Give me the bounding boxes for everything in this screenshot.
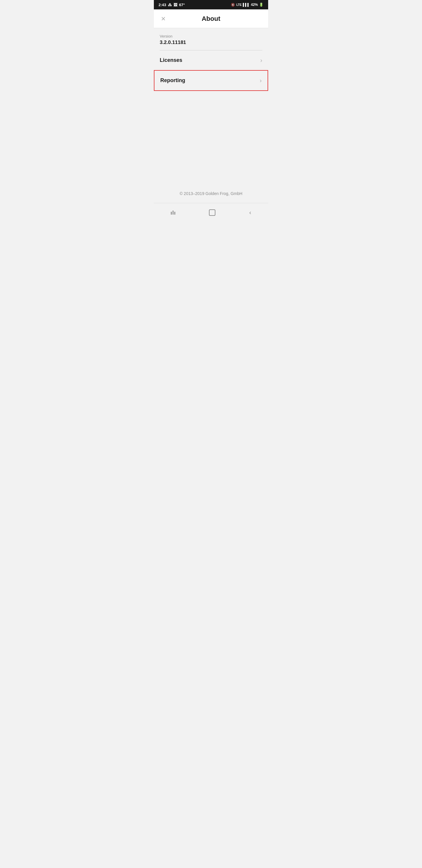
copyright-text: © 2013–2019 Golden Frog, GmbH <box>180 191 242 196</box>
back-button[interactable]: ‹ <box>242 207 258 218</box>
version-section: Version 3.2.0.11181 <box>154 28 268 50</box>
signal-icon: ⁂ <box>168 3 172 7</box>
content-spacer <box>154 137 268 184</box>
licenses-menu-item[interactable]: Licenses › <box>154 51 268 70</box>
reporting-label: Reporting <box>160 78 185 84</box>
battery-icon: 🔋 <box>259 3 263 7</box>
bottom-nav: ‹ <box>154 203 268 223</box>
home-button[interactable] <box>202 207 222 218</box>
signal-bars-icon: ▌▌▌ <box>243 3 250 6</box>
recents-icon <box>171 211 175 215</box>
footer: © 2013–2019 Golden Frog, GmbH <box>154 184 268 203</box>
close-icon: ✕ <box>161 16 166 22</box>
lte-label: LTE <box>236 3 241 6</box>
mute-icon: 🔇 <box>231 3 235 7</box>
time-display: 2:43 <box>159 3 166 7</box>
status-bar-left: 2:43 ⁂ 🖼 67° <box>159 3 185 7</box>
back-icon: ‹ <box>249 209 252 216</box>
header: ✕ About <box>154 9 268 28</box>
close-button[interactable]: ✕ <box>160 15 167 23</box>
licenses-label: Licenses <box>160 57 182 63</box>
version-value: 3.2.0.11181 <box>160 39 262 45</box>
reporting-chevron-icon: › <box>260 77 262 84</box>
home-icon <box>209 209 216 216</box>
status-bar-right: 🔇 LTE ▌▌▌ 42% 🔋 <box>231 3 263 7</box>
licenses-chevron-icon: › <box>260 57 262 64</box>
version-label: Version <box>160 34 262 38</box>
recents-button[interactable] <box>164 208 182 217</box>
temperature-display: 67° <box>179 3 185 7</box>
battery-percent: 42% <box>251 3 258 7</box>
main-content: Version 3.2.0.11181 Licenses › Reporting… <box>154 28 268 137</box>
status-bar: 2:43 ⁂ 🖼 67° 🔇 LTE ▌▌▌ 42% 🔋 <box>154 0 268 9</box>
page-title: About <box>202 15 220 23</box>
image-icon: 🖼 <box>173 3 177 7</box>
reporting-menu-item[interactable]: Reporting › <box>154 70 268 91</box>
